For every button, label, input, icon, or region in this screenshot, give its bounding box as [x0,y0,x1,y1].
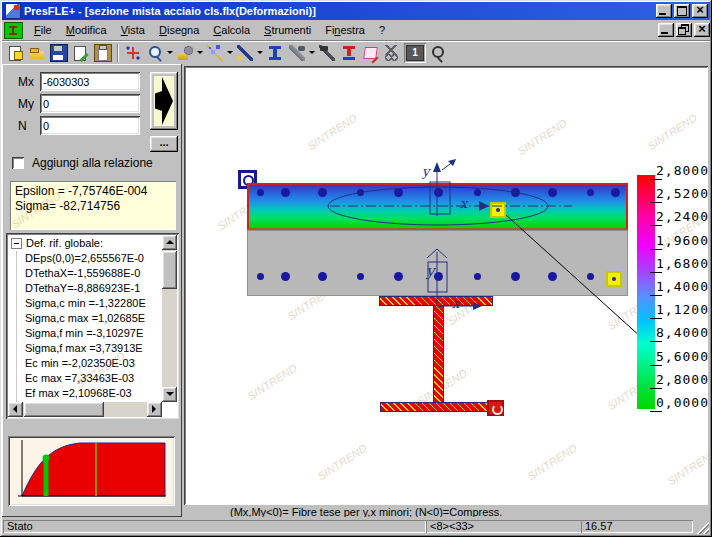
dropdown-arrow-icon[interactable] [166,43,174,63]
scroll-right-icon[interactable] [147,402,162,417]
tree-root[interactable]: Def. rif. globale: [8,235,162,251]
dropdown-arrow-icon[interactable] [256,43,264,63]
tree-item[interactable]: Sigma,f min =-3,10297E [8,326,162,341]
press-button[interactable] [338,43,360,63]
menu-item-file[interactable]: File [27,22,59,38]
axis-y-label: y [422,164,429,179]
scale-tick [650,341,662,342]
paste-button[interactable] [92,43,114,63]
my-label: My [18,97,34,111]
document-area: SINTRENDSINTRENDSINTRENDSINTRENDSINTREND… [182,64,710,517]
tree-item[interactable]: Ec min =-2,02350E-03 [8,356,162,371]
tools-button[interactable] [286,43,308,63]
zoom-icon [147,45,163,61]
scale-tick [650,388,662,389]
stress-strain-curve [8,436,171,502]
materials-button[interactable] [174,43,196,63]
child-restore-button[interactable] [676,23,692,37]
sketch-button[interactable] [360,43,382,63]
axes-point-button[interactable] [122,43,144,63]
tree-item[interactable]: DEps(0,0)=2,655567E-0 [8,251,162,266]
child-minimize-button[interactable] [658,23,674,37]
zoom-button[interactable] [144,43,166,63]
vscroll-thumb[interactable] [162,251,177,289]
menu-item-disegna[interactable]: Disegna [152,22,206,38]
tree-vertical-scrollbar[interactable] [162,235,177,402]
child-close-button[interactable] [694,23,710,37]
menu-item-finestra[interactable]: Finestra [318,22,372,38]
pen-button[interactable] [234,43,256,63]
child-window-icon[interactable] [4,22,23,39]
axis-y2-label: y [426,262,434,280]
edit-report-button[interactable] [70,43,92,63]
strain-color-scale [637,175,655,409]
materials-icon [177,45,193,61]
new-report-icon [7,45,23,61]
status-bar: Stato <8><33> 16.57 [2,517,710,535]
n-input[interactable] [40,116,140,135]
dropdown-arrow-icon[interactable] [308,43,316,63]
my-input[interactable] [40,94,140,113]
open-button[interactable] [26,43,48,63]
tree-root-label: Def. rif. globale: [26,237,103,249]
menu-item-calcola[interactable]: Calcola [206,22,257,38]
tree-item[interactable]: Ef max =2,10968E-03 [8,386,162,401]
mx-input[interactable] [40,72,140,91]
calc-one-icon: 1 [406,45,424,61]
results-tree: Def. rif. globale:DEps(0,0)=2,655567E-0D… [6,233,179,419]
resize-grip[interactable] [697,522,709,534]
hscroll-thumb[interactable] [24,402,104,417]
compute-arrow-button[interactable] [150,72,178,130]
stress-strain-chart [8,436,175,506]
find-zoom-button[interactable] [426,43,448,63]
dropdown-arrow-icon[interactable] [226,43,234,63]
scale-label: 1,6800 [656,256,708,271]
scissors-button[interactable] [382,43,404,63]
calc-one-button[interactable]: 1 [404,43,426,63]
dropdown-arrow-icon[interactable] [196,43,204,63]
tree-item[interactable]: DTethaY=-8,886923E-1 [8,281,162,296]
collapse-icon[interactable] [11,238,22,249]
left-panel: Mx My N ... Aggiungi alla relazione Epsi… [2,64,182,517]
sigma-value: Sigma= -82,714756 [15,199,171,214]
arrow-right-icon [154,76,174,126]
save-button[interactable] [48,43,70,63]
epsilon-value: Epsilon = -7,75746E-004 [15,184,171,199]
tree-item[interactable]: Ec max =7,33463E-03 [8,371,162,386]
current-strain-marker [43,455,50,462]
close-button[interactable] [692,4,708,18]
tree-item[interactable]: DTethaX=-1,559688E-0 [8,266,162,281]
scale-tick [650,272,662,273]
annotation-overlay [184,66,708,505]
tree-item[interactable]: Sigma,c min =-1,32280E [8,296,162,311]
tree-horizontal-scrollbar[interactable] [8,402,162,417]
hammer-icon [319,45,335,61]
app-window: PresFLE+ - [sezione mista acciaio cls.fl… [0,0,712,537]
menu-item-[interactable]: ? [372,22,392,38]
tree-item[interactable]: Sigma,c max =1,02685E [8,311,162,326]
section-canvas[interactable]: SINTRENDSINTRENDSINTRENDSINTRENDSINTREND… [184,66,708,505]
scale-tick [650,411,662,412]
hammer-button[interactable] [316,43,338,63]
status-text: Stato [3,520,426,533]
scroll-left-icon[interactable] [8,402,23,417]
scroll-down-icon[interactable] [162,387,177,402]
new-report-button[interactable] [4,43,26,63]
maximize-button[interactable] [674,4,690,18]
app-icon [5,3,21,19]
wand-button[interactable] [204,43,226,63]
minimize-button[interactable] [656,4,672,18]
tree-item[interactable]: Sigma,f max =3,73913E [8,341,162,356]
menu-item-modifica[interactable]: Modifica [59,22,114,38]
scale-label: 1,1200 [656,302,708,317]
find-zoom-icon [429,45,445,61]
scale-label: 2,8000 [656,372,708,387]
toolbar: 1 [2,41,710,64]
scale-label: 1,9600 [656,233,708,248]
steel-section-button[interactable] [264,43,286,63]
add-to-report-checkbox[interactable] [12,157,24,169]
more-options-button[interactable]: ... [150,136,178,152]
menu-item-vista[interactable]: Vista [114,22,152,38]
menu-item-strumenti[interactable]: Strumenti [257,22,318,38]
scroll-up-icon[interactable] [162,235,177,250]
